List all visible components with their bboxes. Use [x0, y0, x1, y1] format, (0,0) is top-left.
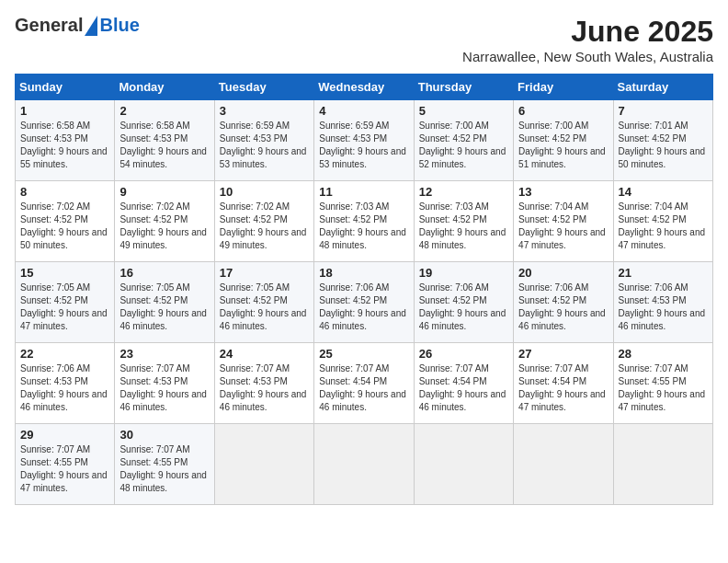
day-number: 3	[220, 104, 309, 118]
day-number: 13	[518, 185, 608, 199]
day-detail: Sunrise: 6:58 AMSunset: 4:53 PMDaylight:…	[20, 120, 109, 171]
calendar-cell: 21Sunrise: 7:06 AMSunset: 4:53 PMDayligh…	[613, 262, 712, 343]
calendar-cell: 22Sunrise: 7:06 AMSunset: 4:53 PMDayligh…	[16, 343, 115, 424]
logo-blue-text: Blue	[99, 15, 139, 36]
day-detail: Sunrise: 7:07 AMSunset: 4:54 PMDaylight:…	[419, 362, 508, 414]
day-detail: Sunrise: 7:06 AMSunset: 4:52 PMDaylight:…	[319, 282, 408, 333]
day-number: 25	[319, 347, 408, 361]
calendar-cell: 11Sunrise: 7:03 AMSunset: 4:52 PMDayligh…	[314, 181, 414, 262]
calendar-week-row: 8Sunrise: 7:02 AMSunset: 4:52 PMDaylight…	[16, 181, 713, 262]
calendar-cell: 24Sunrise: 7:07 AMSunset: 4:53 PMDayligh…	[214, 343, 313, 424]
day-detail: Sunrise: 7:06 AMSunset: 4:53 PMDaylight:…	[619, 282, 708, 333]
weekday-header-friday: Friday	[514, 75, 613, 100]
day-number: 5	[419, 104, 508, 118]
day-detail: Sunrise: 7:07 AMSunset: 4:55 PMDaylight:…	[20, 443, 109, 495]
calendar-cell: 28Sunrise: 7:07 AMSunset: 4:55 PMDayligh…	[613, 343, 712, 424]
day-detail: Sunrise: 7:07 AMSunset: 4:54 PMDaylight:…	[319, 362, 408, 414]
day-number: 14	[619, 185, 708, 199]
calendar-cell: 30Sunrise: 7:07 AMSunset: 4:55 PMDayligh…	[115, 424, 214, 505]
weekday-header-sunday: Sunday	[16, 75, 115, 100]
calendar-table: SundayMondayTuesdayWednesdayThursdayFrid…	[15, 74, 713, 505]
calendar-cell: 2Sunrise: 6:58 AMSunset: 4:53 PMDaylight…	[115, 100, 214, 181]
day-detail: Sunrise: 6:59 AMSunset: 4:53 PMDaylight:…	[319, 120, 408, 171]
day-detail: Sunrise: 7:07 AMSunset: 4:53 PMDaylight:…	[220, 362, 309, 414]
day-number: 23	[119, 347, 209, 361]
day-number: 27	[518, 347, 608, 361]
day-detail: Sunrise: 7:06 AMSunset: 4:52 PMDaylight:…	[518, 282, 608, 333]
day-detail: Sunrise: 7:02 AMSunset: 4:52 PMDaylight:…	[20, 201, 109, 252]
day-detail: Sunrise: 7:00 AMSunset: 4:52 PMDaylight:…	[518, 120, 608, 171]
day-detail: Sunrise: 7:06 AMSunset: 4:53 PMDaylight:…	[20, 362, 109, 414]
calendar-cell: 6Sunrise: 7:00 AMSunset: 4:52 PMDaylight…	[514, 100, 613, 181]
day-number: 1	[20, 104, 109, 118]
calendar-cell: 16Sunrise: 7:05 AMSunset: 4:52 PMDayligh…	[115, 262, 214, 343]
calendar-week-row: 1Sunrise: 6:58 AMSunset: 4:53 PMDaylight…	[16, 100, 713, 181]
day-number: 17	[220, 266, 309, 280]
day-number: 4	[319, 104, 408, 118]
calendar-cell: 9Sunrise: 7:02 AMSunset: 4:52 PMDaylight…	[115, 181, 214, 262]
day-detail: Sunrise: 7:05 AMSunset: 4:52 PMDaylight:…	[220, 282, 309, 333]
day-number: 21	[619, 266, 708, 280]
location-subtitle: Narrawallee, New South Wales, Australia	[462, 49, 713, 64]
calendar-week-row: 29Sunrise: 7:07 AMSunset: 4:55 PMDayligh…	[16, 424, 713, 505]
calendar-cell: 27Sunrise: 7:07 AMSunset: 4:54 PMDayligh…	[514, 343, 613, 424]
day-number: 2	[119, 104, 209, 118]
day-detail: Sunrise: 7:02 AMSunset: 4:52 PMDaylight:…	[220, 201, 309, 252]
day-number: 30	[119, 428, 209, 442]
weekday-header-tuesday: Tuesday	[214, 75, 313, 100]
day-number: 24	[220, 347, 309, 361]
day-detail: Sunrise: 7:05 AMSunset: 4:52 PMDaylight:…	[119, 282, 209, 333]
day-detail: Sunrise: 7:03 AMSunset: 4:52 PMDaylight:…	[419, 201, 508, 252]
day-number: 9	[119, 185, 209, 199]
day-detail: Sunrise: 7:07 AMSunset: 4:55 PMDaylight:…	[119, 443, 209, 495]
day-detail: Sunrise: 7:07 AMSunset: 4:53 PMDaylight:…	[119, 362, 209, 414]
page-header: General Blue June 2025 Narrawallee, New …	[15, 15, 713, 64]
day-detail: Sunrise: 7:04 AMSunset: 4:52 PMDaylight:…	[619, 201, 708, 252]
day-number: 7	[619, 104, 708, 118]
day-number: 18	[319, 266, 408, 280]
day-number: 8	[20, 185, 109, 199]
calendar-cell: 20Sunrise: 7:06 AMSunset: 4:52 PMDayligh…	[514, 262, 613, 343]
day-number: 6	[518, 104, 608, 118]
weekday-header-monday: Monday	[115, 75, 214, 100]
title-area: June 2025 Narrawallee, New South Wales, …	[462, 15, 713, 64]
calendar-cell: 19Sunrise: 7:06 AMSunset: 4:52 PMDayligh…	[414, 262, 513, 343]
calendar-cell	[314, 424, 414, 505]
day-number: 20	[518, 266, 608, 280]
calendar-cell	[214, 424, 313, 505]
month-title: June 2025	[462, 15, 713, 49]
logo-triangle-icon	[85, 16, 97, 36]
calendar-cell: 13Sunrise: 7:04 AMSunset: 4:52 PMDayligh…	[514, 181, 613, 262]
day-number: 26	[419, 347, 508, 361]
day-detail: Sunrise: 7:01 AMSunset: 4:52 PMDaylight:…	[619, 120, 708, 171]
calendar-cell: 14Sunrise: 7:04 AMSunset: 4:52 PMDayligh…	[613, 181, 712, 262]
calendar-cell: 3Sunrise: 6:59 AMSunset: 4:53 PMDaylight…	[214, 100, 313, 181]
logo: General Blue	[15, 15, 140, 36]
calendar-cell: 12Sunrise: 7:03 AMSunset: 4:52 PMDayligh…	[414, 181, 513, 262]
weekday-header-wednesday: Wednesday	[314, 75, 414, 100]
calendar-cell: 8Sunrise: 7:02 AMSunset: 4:52 PMDaylight…	[16, 181, 115, 262]
day-number: 16	[119, 266, 209, 280]
calendar-cell	[514, 424, 613, 505]
weekday-header-saturday: Saturday	[613, 75, 712, 100]
calendar-cell: 25Sunrise: 7:07 AMSunset: 4:54 PMDayligh…	[314, 343, 414, 424]
day-number: 19	[419, 266, 508, 280]
calendar-cell: 4Sunrise: 6:59 AMSunset: 4:53 PMDaylight…	[314, 100, 414, 181]
calendar-cell: 26Sunrise: 7:07 AMSunset: 4:54 PMDayligh…	[414, 343, 513, 424]
weekday-header-thursday: Thursday	[414, 75, 513, 100]
day-detail: Sunrise: 6:58 AMSunset: 4:53 PMDaylight:…	[119, 120, 209, 171]
day-number: 22	[20, 347, 109, 361]
calendar-cell: 23Sunrise: 7:07 AMSunset: 4:53 PMDayligh…	[115, 343, 214, 424]
day-number: 15	[20, 266, 109, 280]
day-detail: Sunrise: 7:00 AMSunset: 4:52 PMDaylight:…	[419, 120, 508, 171]
day-number: 28	[619, 347, 708, 361]
calendar-cell: 10Sunrise: 7:02 AMSunset: 4:52 PMDayligh…	[214, 181, 313, 262]
day-detail: Sunrise: 7:07 AMSunset: 4:54 PMDaylight:…	[518, 362, 608, 414]
calendar-cell: 29Sunrise: 7:07 AMSunset: 4:55 PMDayligh…	[16, 424, 115, 505]
day-detail: Sunrise: 7:03 AMSunset: 4:52 PMDaylight:…	[319, 201, 408, 252]
day-number: 29	[20, 428, 109, 442]
day-number: 12	[419, 185, 508, 199]
day-number: 10	[220, 185, 309, 199]
logo-general-text: General	[15, 15, 83, 36]
calendar-cell: 1Sunrise: 6:58 AMSunset: 4:53 PMDaylight…	[16, 100, 115, 181]
